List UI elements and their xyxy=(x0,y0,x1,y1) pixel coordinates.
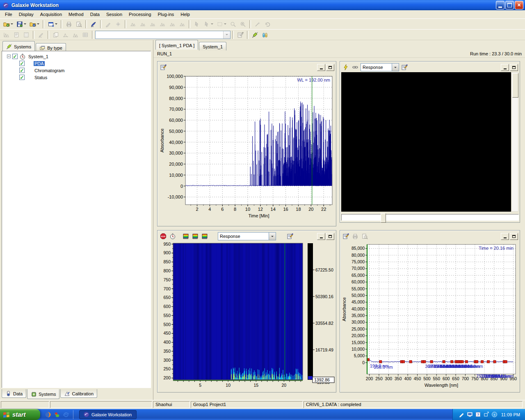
menu-plugins[interactable]: Plug-ins xyxy=(155,11,178,18)
syringe-icon-button[interactable] xyxy=(250,30,260,40)
panel-minimize-button[interactable] xyxy=(501,64,509,71)
overlay-icon-button[interactable] xyxy=(51,30,61,40)
print-preview-icon-button[interactable] xyxy=(74,19,84,29)
cursor-icon-button[interactable] xyxy=(192,19,202,29)
peak-slope-icon-button[interactable] xyxy=(158,19,167,29)
print-preview-icon[interactable] xyxy=(361,232,369,240)
zoom-x-icon-button[interactable] xyxy=(228,19,238,29)
vials-icon-button[interactable] xyxy=(260,30,270,40)
print-icon-button[interactable] xyxy=(64,19,74,29)
chromatogram-icon-button[interactable] xyxy=(2,30,11,40)
checkbox[interactable]: ✓ xyxy=(19,68,25,73)
tray-messenger-icon[interactable]: ‹ xyxy=(491,411,498,418)
systems-tree[interactable]: − ✓ System_1✓ PDA✓ Chromatogram✓ Status xyxy=(2,51,151,388)
calculator-icon-button[interactable] xyxy=(21,30,31,40)
slider-thumb[interactable] xyxy=(381,213,386,223)
open-data-icon-button[interactable] xyxy=(28,19,41,29)
tab-systems[interactable]: Systems xyxy=(2,41,35,51)
menu-method[interactable]: Method xyxy=(65,11,87,18)
stop-icon[interactable]: STOP xyxy=(159,232,167,240)
tree-item-pda[interactable]: ✓ PDA xyxy=(3,60,150,67)
tree-item-system_1[interactable]: − ✓ System_1 xyxy=(3,53,150,60)
cursor-drop-icon-button[interactable] xyxy=(202,19,215,29)
bottom-tab-systems[interactable]: Systems xyxy=(27,389,59,399)
contour-view-icon[interactable] xyxy=(191,232,199,240)
restore-button[interactable] xyxy=(505,1,514,9)
peak-split-icon-button[interactable] xyxy=(148,19,158,29)
task-button-galaxie-workstation[interactable]: Galaxie Workstation xyxy=(79,410,137,419)
link-icon[interactable] xyxy=(351,63,359,71)
menu-display[interactable]: Display xyxy=(16,11,37,18)
isoplot-view-icon[interactable] xyxy=(182,232,190,240)
scrollbar-thumb[interactable] xyxy=(512,73,518,98)
checkbox[interactable]: ✓ xyxy=(19,61,25,66)
panel-maximize-button[interactable] xyxy=(510,233,518,240)
open-method-icon-button[interactable] xyxy=(2,19,15,29)
quick-launch-parrot-icon[interactable] xyxy=(52,410,62,419)
tree-item-status[interactable]: ✓ Status xyxy=(3,74,150,81)
properties-icon[interactable] xyxy=(159,63,167,71)
start-button[interactable]: start xyxy=(0,409,40,420)
isoplot-signal-select[interactable]: Response xyxy=(218,232,276,240)
new-window-icon-button[interactable] xyxy=(46,19,59,29)
tree-expander[interactable]: − xyxy=(7,55,11,58)
flower-icon-button[interactable] xyxy=(113,19,123,29)
baseline-icon-button[interactable] xyxy=(61,30,71,40)
chromatogram-plot[interactable]: -10,000010,00020,00030,00040,00050,00060… xyxy=(158,72,335,226)
tray-layout-icon[interactable] xyxy=(483,411,489,418)
checkbox[interactable]: ✓ xyxy=(12,54,18,59)
panel-maximize-button[interactable] xyxy=(326,64,334,71)
stopwatch-icon[interactable] xyxy=(169,232,177,240)
panel-maximize-button[interactable] xyxy=(326,233,334,240)
zoom-cancel-icon-button[interactable] xyxy=(238,19,248,29)
lasso-icon-button[interactable] xyxy=(215,19,228,29)
tray-pen-icon[interactable] xyxy=(459,411,465,418)
menu-processing[interactable]: Processing xyxy=(126,11,154,18)
properties-icon-button[interactable] xyxy=(235,30,245,40)
menu-help[interactable]: Help xyxy=(177,11,193,18)
peak-drop-icon-button[interactable] xyxy=(177,19,187,29)
tray-help-icon[interactable]: ? xyxy=(475,411,481,418)
panel-minimize-button[interactable] xyxy=(501,233,509,240)
undo-icon-button[interactable] xyxy=(262,19,272,29)
signature-icon-button[interactable] xyxy=(36,30,46,40)
properties-icon[interactable] xyxy=(400,63,409,71)
workspace-tab-system1[interactable]: System_1 xyxy=(199,42,226,50)
peak-start-icon-button[interactable] xyxy=(128,19,138,29)
panel-minimize-button[interactable] xyxy=(317,64,325,71)
table-icon-button[interactable] xyxy=(80,30,90,40)
quick-launch-ie-icon[interactable] xyxy=(62,410,71,419)
menu-acquisition[interactable]: Acquisition xyxy=(37,11,65,18)
wand-icon-button[interactable] xyxy=(253,19,262,29)
wand-edit-icon-button[interactable] xyxy=(103,19,113,29)
peaks-icon-button[interactable] xyxy=(71,30,80,40)
video-vertical-scrollbar[interactable] xyxy=(511,72,518,212)
workspace-tab-system1pda[interactable]: [ System_1 PDA ] xyxy=(155,40,198,50)
properties-icon[interactable] xyxy=(286,232,294,240)
quill-icon-button[interactable] xyxy=(89,19,98,29)
menu-file[interactable]: File xyxy=(2,11,16,18)
minimize-button[interactable] xyxy=(496,1,504,9)
panel-maximize-button[interactable] xyxy=(510,64,518,71)
video-signal-select[interactable]: Response xyxy=(361,63,399,71)
print-icon[interactable] xyxy=(351,232,359,240)
peak-valley-icon-button[interactable] xyxy=(138,19,148,29)
quick-launch-firefox-icon[interactable] xyxy=(43,410,52,419)
acquisition-icon[interactable] xyxy=(342,63,350,71)
menu-data[interactable]: Data xyxy=(87,11,103,18)
report-icon-button[interactable] xyxy=(11,30,21,40)
tab-by-type[interactable]: By type xyxy=(36,43,66,52)
chevron-down-icon[interactable] xyxy=(392,64,399,71)
close-button[interactable]: ✕ xyxy=(515,1,523,9)
video-position-slider[interactable] xyxy=(341,214,519,221)
spectrum-plot[interactable]: 05,00010,00015,00020,00025,00030,00035,0… xyxy=(341,241,520,393)
video-display[interactable] xyxy=(341,72,511,212)
method-combobox[interactable] xyxy=(95,31,231,39)
peak-width-icon-button[interactable] xyxy=(167,19,177,29)
save-method-icon-button[interactable] xyxy=(15,19,28,29)
chevron-down-icon[interactable] xyxy=(269,233,276,240)
checkbox[interactable]: ✓ xyxy=(19,75,25,80)
surface-view-icon[interactable] xyxy=(201,232,209,240)
menu-session[interactable]: Session xyxy=(103,11,126,18)
panel-minimize-button[interactable] xyxy=(317,233,325,240)
